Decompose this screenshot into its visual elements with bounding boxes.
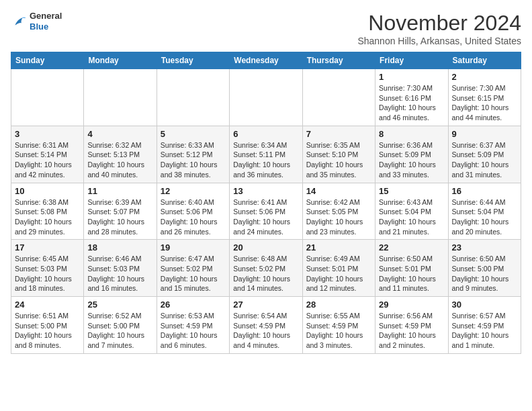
calendar-cell: 13Sunrise: 6:41 AM Sunset: 5:06 PM Dayli… xyxy=(230,183,302,240)
calendar-cell: 14Sunrise: 6:42 AM Sunset: 5:05 PM Dayli… xyxy=(302,183,375,240)
day-number: 7 xyxy=(306,129,371,139)
day-info: Sunrise: 6:44 AM Sunset: 5:04 PM Dayligh… xyxy=(452,197,517,237)
week-row-4: 17Sunrise: 6:45 AM Sunset: 5:03 PM Dayli… xyxy=(11,240,521,297)
day-number: 19 xyxy=(161,242,226,253)
day-info: Sunrise: 6:42 AM Sunset: 5:05 PM Dayligh… xyxy=(306,197,371,237)
day-number: 1 xyxy=(379,72,444,82)
calendar-cell: 8Sunrise: 6:36 AM Sunset: 5:09 PM Daylig… xyxy=(375,126,448,183)
day-number: 6 xyxy=(233,129,298,139)
day-number: 29 xyxy=(379,300,444,310)
day-number: 30 xyxy=(452,300,517,310)
day-info: Sunrise: 6:45 AM Sunset: 5:03 PM Dayligh… xyxy=(15,254,80,293)
day-number: 26 xyxy=(161,300,226,310)
calendar-cell: 22Sunrise: 6:50 AM Sunset: 5:01 PM Dayli… xyxy=(375,240,448,297)
day-number: 20 xyxy=(233,242,298,253)
day-info: Sunrise: 6:48 AM Sunset: 5:02 PM Dayligh… xyxy=(233,254,298,293)
calendar-cell xyxy=(230,69,302,126)
calendar-cell xyxy=(11,69,84,126)
calendar-cell: 29Sunrise: 6:56 AM Sunset: 4:59 PM Dayli… xyxy=(375,297,448,354)
day-info: Sunrise: 6:49 AM Sunset: 5:01 PM Dayligh… xyxy=(306,254,371,293)
day-info: Sunrise: 6:33 AM Sunset: 5:12 PM Dayligh… xyxy=(161,140,226,180)
header: General Blue November 2024 Shannon Hills… xyxy=(11,11,521,46)
calendar-cell: 23Sunrise: 6:50 AM Sunset: 5:00 PM Dayli… xyxy=(448,240,521,297)
day-number: 21 xyxy=(306,242,371,253)
day-info: Sunrise: 6:32 AM Sunset: 5:13 PM Dayligh… xyxy=(87,140,152,180)
calendar-cell: 21Sunrise: 6:49 AM Sunset: 5:01 PM Dayli… xyxy=(302,240,375,297)
day-info: Sunrise: 6:43 AM Sunset: 5:04 PM Dayligh… xyxy=(379,197,444,237)
calendar-cell: 28Sunrise: 6:55 AM Sunset: 4:59 PM Dayli… xyxy=(302,297,375,354)
calendar-cell: 24Sunrise: 6:51 AM Sunset: 5:00 PM Dayli… xyxy=(11,297,84,354)
day-info: Sunrise: 6:52 AM Sunset: 5:00 PM Dayligh… xyxy=(87,311,152,351)
day-info: Sunrise: 6:38 AM Sunset: 5:08 PM Dayligh… xyxy=(15,197,80,237)
day-info: Sunrise: 6:46 AM Sunset: 5:03 PM Dayligh… xyxy=(87,254,152,293)
day-number: 14 xyxy=(306,186,371,196)
month-title: November 2024 xyxy=(357,11,521,36)
day-info: Sunrise: 6:53 AM Sunset: 4:59 PM Dayligh… xyxy=(161,311,226,351)
calendar-cell: 11Sunrise: 6:39 AM Sunset: 5:07 PM Dayli… xyxy=(84,183,157,240)
calendar-cell: 15Sunrise: 6:43 AM Sunset: 5:04 PM Dayli… xyxy=(375,183,448,240)
calendar-cell: 16Sunrise: 6:44 AM Sunset: 5:04 PM Dayli… xyxy=(448,183,521,240)
weekday-header-thursday: Thursday xyxy=(302,52,375,69)
day-info: Sunrise: 7:30 AM Sunset: 6:15 PM Dayligh… xyxy=(452,83,517,123)
day-number: 9 xyxy=(452,129,517,139)
day-info: Sunrise: 6:57 AM Sunset: 4:59 PM Dayligh… xyxy=(452,311,517,351)
day-number: 12 xyxy=(161,186,226,196)
calendar-cell: 25Sunrise: 6:52 AM Sunset: 5:00 PM Dayli… xyxy=(84,297,157,354)
day-number: 3 xyxy=(15,129,80,139)
logo-bird-icon xyxy=(11,13,27,30)
day-number: 28 xyxy=(306,300,371,310)
calendar-body: 1Sunrise: 7:30 AM Sunset: 6:16 PM Daylig… xyxy=(11,69,521,354)
day-number: 11 xyxy=(87,186,152,196)
day-info: Sunrise: 6:35 AM Sunset: 5:10 PM Dayligh… xyxy=(306,140,371,180)
day-info: Sunrise: 6:54 AM Sunset: 4:59 PM Dayligh… xyxy=(233,311,298,351)
weekday-header-wednesday: Wednesday xyxy=(230,52,302,69)
day-number: 18 xyxy=(87,242,152,253)
logo-text: General Blue xyxy=(30,11,62,32)
day-info: Sunrise: 6:40 AM Sunset: 5:06 PM Dayligh… xyxy=(161,197,226,237)
calendar-header: SundayMondayTuesdayWednesdayThursdayFrid… xyxy=(11,52,521,69)
day-number: 25 xyxy=(87,300,152,310)
day-info: Sunrise: 6:36 AM Sunset: 5:09 PM Dayligh… xyxy=(379,140,444,180)
week-row-5: 24Sunrise: 6:51 AM Sunset: 5:00 PM Dayli… xyxy=(11,297,521,354)
day-number: 10 xyxy=(15,186,80,196)
calendar-cell: 9Sunrise: 6:37 AM Sunset: 5:09 PM Daylig… xyxy=(448,126,521,183)
day-number: 15 xyxy=(379,186,444,196)
weekday-header-friday: Friday xyxy=(375,52,448,69)
day-info: Sunrise: 6:39 AM Sunset: 5:07 PM Dayligh… xyxy=(87,197,152,237)
calendar-cell: 3Sunrise: 6:31 AM Sunset: 5:14 PM Daylig… xyxy=(11,126,84,183)
calendar-cell: 5Sunrise: 6:33 AM Sunset: 5:12 PM Daylig… xyxy=(157,126,229,183)
day-number: 13 xyxy=(233,186,298,196)
calendar-cell: 6Sunrise: 6:34 AM Sunset: 5:11 PM Daylig… xyxy=(230,126,302,183)
calendar-cell: 30Sunrise: 6:57 AM Sunset: 4:59 PM Dayli… xyxy=(448,297,521,354)
day-number: 24 xyxy=(15,300,80,310)
day-info: Sunrise: 6:41 AM Sunset: 5:06 PM Dayligh… xyxy=(233,197,298,237)
weekday-header-tuesday: Tuesday xyxy=(157,52,229,69)
weekday-header-sunday: Sunday xyxy=(11,52,84,69)
day-number: 4 xyxy=(87,129,152,139)
day-number: 16 xyxy=(452,186,517,196)
day-number: 22 xyxy=(379,242,444,253)
day-number: 2 xyxy=(452,72,517,82)
calendar-cell xyxy=(157,69,229,126)
day-info: Sunrise: 6:31 AM Sunset: 5:14 PM Dayligh… xyxy=(15,140,80,180)
calendar-cell: 27Sunrise: 6:54 AM Sunset: 4:59 PM Dayli… xyxy=(230,297,302,354)
day-number: 27 xyxy=(233,300,298,310)
calendar-cell xyxy=(84,69,157,126)
calendar-cell: 2Sunrise: 7:30 AM Sunset: 6:15 PM Daylig… xyxy=(448,69,521,126)
week-row-3: 10Sunrise: 6:38 AM Sunset: 5:08 PM Dayli… xyxy=(11,183,521,240)
calendar-cell: 7Sunrise: 6:35 AM Sunset: 5:10 PM Daylig… xyxy=(302,126,375,183)
day-info: Sunrise: 6:50 AM Sunset: 5:00 PM Dayligh… xyxy=(452,254,517,293)
day-info: Sunrise: 7:30 AM Sunset: 6:16 PM Dayligh… xyxy=(379,83,444,123)
calendar-cell: 12Sunrise: 6:40 AM Sunset: 5:06 PM Dayli… xyxy=(157,183,229,240)
day-info: Sunrise: 6:37 AM Sunset: 5:09 PM Dayligh… xyxy=(452,140,517,180)
calendar-cell: 18Sunrise: 6:46 AM Sunset: 5:03 PM Dayli… xyxy=(84,240,157,297)
day-info: Sunrise: 6:55 AM Sunset: 4:59 PM Dayligh… xyxy=(306,311,371,351)
calendar-cell xyxy=(302,69,375,126)
calendar-cell: 17Sunrise: 6:45 AM Sunset: 5:03 PM Dayli… xyxy=(11,240,84,297)
week-row-2: 3Sunrise: 6:31 AM Sunset: 5:14 PM Daylig… xyxy=(11,126,521,183)
day-number: 5 xyxy=(161,129,226,139)
day-info: Sunrise: 6:34 AM Sunset: 5:11 PM Dayligh… xyxy=(233,140,298,180)
weekday-row: SundayMondayTuesdayWednesdayThursdayFrid… xyxy=(11,52,521,69)
location: Shannon Hills, Arkansas, United States xyxy=(357,36,521,46)
week-row-1: 1Sunrise: 7:30 AM Sunset: 6:16 PM Daylig… xyxy=(11,69,521,126)
